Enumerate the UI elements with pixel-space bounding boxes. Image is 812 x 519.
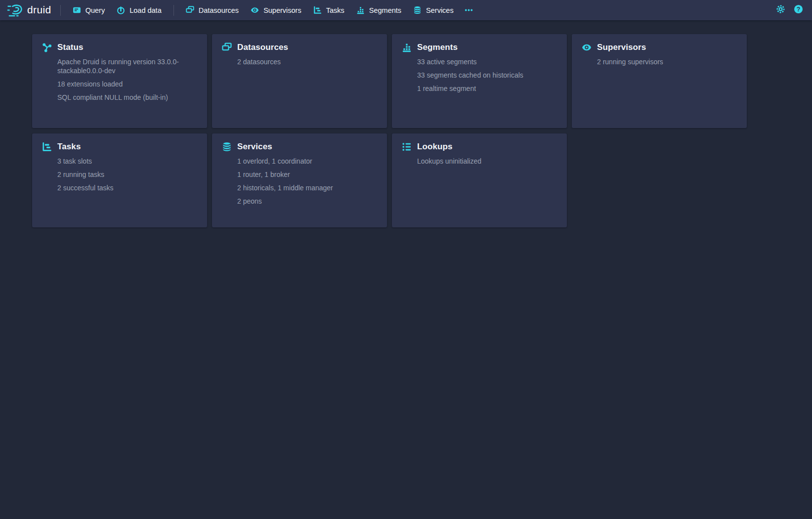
- nav-item-label: Query: [85, 6, 105, 14]
- stacked-chart-icon: [402, 43, 412, 52]
- card-line: 2 running tasks: [57, 171, 195, 179]
- druid-logo-text: druid: [27, 4, 51, 16]
- druid-logo[interactable]: druid: [7, 3, 54, 17]
- card-line: 1 realtime segment: [417, 85, 555, 93]
- lookups-card[interactable]: Lookups Lookups uninitialized: [392, 133, 567, 227]
- navbar-divider: [173, 5, 174, 16]
- card-line: 1 overlord, 1 coordinator: [237, 157, 375, 166]
- services-card[interactable]: Services 1 overlord, 1 coordinator 1 rou…: [212, 133, 387, 227]
- status-card[interactable]: Status Apache Druid is running version 3…: [32, 34, 207, 128]
- nav-item-segments[interactable]: Segments: [350, 0, 407, 20]
- nav-item-services[interactable]: Services: [407, 0, 460, 20]
- card-line: SQL compliant NULL mode (built-in): [57, 93, 195, 102]
- card-title: Lookups: [417, 142, 453, 152]
- card-title: Services: [237, 142, 272, 152]
- card-line: 2 successful tasks: [57, 184, 195, 193]
- nav-item-label: Load data: [129, 6, 162, 14]
- card-line: 18 extensions loaded: [57, 80, 195, 89]
- card-line: Lookups uninitialized: [417, 157, 555, 166]
- card-title: Segments: [417, 43, 458, 52]
- card-line: 1 router, 1 broker: [237, 171, 375, 179]
- card-line: 2 datasources: [237, 58, 375, 67]
- nav-item-datasources[interactable]: Datasources: [180, 0, 245, 20]
- card-line: 2 running supervisors: [597, 58, 735, 67]
- card-line: 33 segments cached on historicals: [417, 71, 555, 80]
- nav-item-label: Services: [426, 6, 454, 14]
- eye-icon: [582, 43, 592, 52]
- nav-item-label: Supervisors: [263, 6, 301, 14]
- card-line: 2 historicals, 1 middle manager: [237, 184, 375, 193]
- svg-text:?: ?: [796, 6, 800, 13]
- multi-select-icon: [222, 43, 232, 52]
- gantt-chart-icon: [42, 142, 52, 152]
- properties-icon: [402, 142, 412, 152]
- home-cards-grid: Status Apache Druid is running version 3…: [0, 20, 812, 227]
- stacked-chart-icon: [356, 6, 365, 14]
- card-line: 2 peons: [237, 197, 375, 206]
- card-line: 3 task slots: [57, 157, 195, 166]
- more-icon: [465, 6, 473, 14]
- nav-item-query[interactable]: Query: [67, 0, 111, 20]
- card-title: Datasources: [237, 43, 288, 52]
- help-icon: ?: [794, 4, 803, 16]
- nav-item-label: Tasks: [326, 6, 344, 14]
- nav-more-button[interactable]: [460, 0, 478, 20]
- navbar-divider: [60, 5, 61, 16]
- card-title: Tasks: [57, 142, 81, 152]
- database-icon: [413, 6, 422, 14]
- segments-card[interactable]: Segments 33 active segments 33 segments …: [392, 34, 567, 128]
- card-title: Supervisors: [597, 43, 646, 52]
- settings-button[interactable]: [772, 2, 788, 18]
- gantt-chart-icon: [313, 6, 322, 14]
- card-title: Status: [57, 43, 84, 52]
- eye-icon: [251, 6, 259, 14]
- supervisors-card[interactable]: Supervisors 2 running supervisors: [572, 34, 747, 128]
- datasources-card[interactable]: Datasources 2 datasources: [212, 34, 387, 128]
- nav-item-label: Datasources: [199, 6, 239, 14]
- card-line: 33 active segments: [417, 58, 555, 67]
- application-icon: [73, 6, 81, 14]
- nav-item-label: Segments: [369, 6, 401, 14]
- multi-select-icon: [186, 6, 194, 14]
- database-icon: [222, 142, 232, 152]
- druid-logo-icon: [7, 3, 23, 17]
- navbar: druid Query Load data Da: [0, 0, 812, 20]
- card-line: Apache Druid is running version 33.0.0-s…: [57, 58, 195, 75]
- graph-icon: [42, 43, 52, 52]
- help-button[interactable]: ?: [790, 2, 806, 18]
- nav-item-tasks[interactable]: Tasks: [307, 0, 350, 20]
- nav-item-load-data[interactable]: Load data: [111, 0, 168, 20]
- tasks-card[interactable]: Tasks 3 task slots 2 running tasks 2 suc…: [32, 133, 207, 227]
- upload-icon: [117, 6, 125, 14]
- nav-item-supervisors[interactable]: Supervisors: [245, 0, 307, 20]
- gear-icon: [776, 4, 785, 16]
